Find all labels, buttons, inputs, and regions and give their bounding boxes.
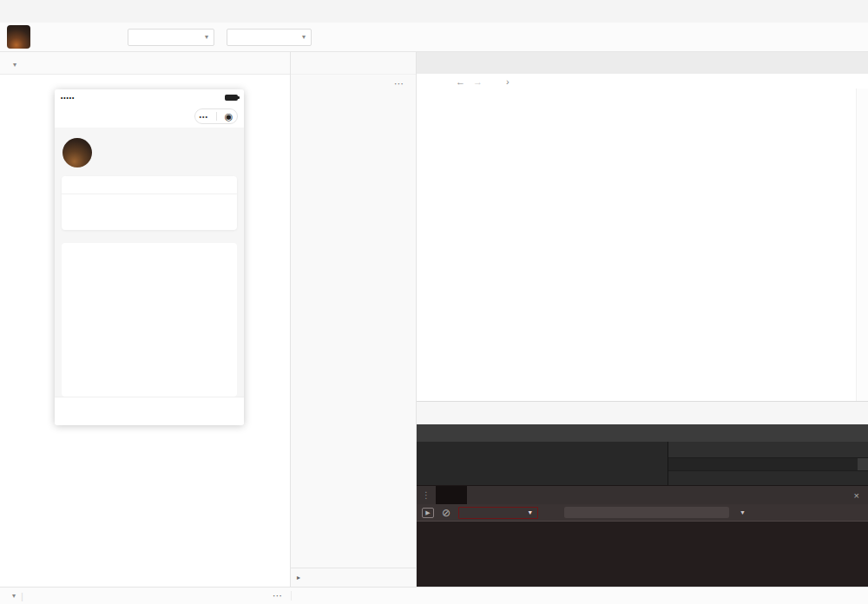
console-settings-icon[interactable] — [852, 508, 863, 518]
editor-scrollbar[interactable] — [856, 89, 868, 401]
capsule-close-icon[interactable]: ◉ — [225, 112, 233, 121]
live-expression-icon[interactable] — [546, 508, 556, 518]
code-area[interactable] — [417, 89, 856, 401]
profile-avatar[interactable] — [62, 138, 92, 167]
chevron-right-icon: ▸ — [295, 574, 302, 581]
more-icon[interactable] — [343, 58, 353, 69]
console-filter-input[interactable] — [564, 507, 729, 518]
warnings-icon — [321, 591, 331, 601]
windows-icon[interactable] — [269, 58, 279, 69]
battery-icon — [225, 95, 238, 101]
compile-select[interactable]: ▾ — [227, 29, 312, 46]
device-select[interactable]: ▾ — [10, 58, 16, 69]
console-messages — [417, 522, 868, 587]
file-explorer: ⋯ ▸ — [291, 52, 417, 587]
mute-icon[interactable] — [244, 58, 254, 69]
toolbar: ▾ ▾ — [0, 23, 868, 52]
wifi-icon — [79, 94, 87, 101]
user-avatar[interactable] — [7, 25, 30, 49]
debugger-panel: ⋮ × ▶ ⊘ ▼ ▼ — [417, 401, 868, 587]
clear-console-icon[interactable]: ⊘ — [442, 508, 450, 518]
phone-navbar: ••• ◉ — [55, 105, 244, 128]
eye-icon[interactable] — [252, 590, 262, 601]
wxml-elements-tree[interactable] — [417, 442, 668, 485]
chevron-down-icon: ▾ — [12, 592, 16, 600]
console-sidebar-icon[interactable]: ▶ — [422, 508, 434, 518]
record-icon[interactable] — [219, 58, 229, 69]
nav-back-icon[interactable]: ← — [456, 76, 465, 87]
console-close-icon[interactable]: × — [854, 490, 859, 501]
outline-icon[interactable] — [299, 58, 310, 69]
phone-simulator: ••••• ••• ◉ — [55, 89, 244, 425]
more-dots-icon[interactable]: ••• — [200, 114, 208, 120]
sticky-outline-icon[interactable] — [421, 76, 431, 86]
styles-sidebar — [668, 442, 868, 485]
console-tab[interactable] — [436, 486, 467, 504]
rotate-device-icon[interactable] — [194, 58, 204, 69]
bookmark-icon[interactable] — [438, 76, 448, 86]
console-drawer: ⋮ × — [417, 485, 868, 504]
statusbar: ▾ | ⋯ — [0, 587, 868, 604]
errors-icon — [305, 591, 314, 601]
outline-section[interactable]: ▸ — [291, 568, 416, 587]
chevron-down-icon: ▾ — [205, 33, 208, 41]
cls-button[interactable] — [858, 458, 868, 470]
chevron-down-icon: ▾ — [302, 33, 306, 41]
console-toolbar: ▶ ⊘ ▼ ▼ — [417, 504, 868, 522]
drag-handle-icon[interactable]: ⋮ — [417, 490, 436, 500]
lottery-card — [62, 176, 237, 230]
close-button[interactable] — [842, 0, 868, 23]
more-icon[interactable]: ⋯ — [273, 590, 282, 601]
signal-dots-icon: ••••• — [61, 95, 75, 101]
phone-tabbar — [55, 397, 244, 425]
explorer-more-icon[interactable]: ⋯ — [394, 78, 404, 89]
collapse-panel-icon[interactable] — [397, 58, 407, 69]
simulator-panel: ▾ ••••• — [0, 52, 291, 587]
symbol-icon — [513, 77, 522, 86]
wxss-file-icon — [490, 77, 499, 86]
menu-card — [62, 243, 237, 397]
log-levels-select[interactable]: ▼ — [737, 509, 746, 515]
mode-select[interactable]: ▾ — [128, 29, 214, 46]
copy-icon[interactable] — [34, 591, 43, 601]
minimize-button[interactable] — [790, 0, 816, 23]
menubar — [0, 0, 868, 23]
chevron-down-icon: ▼ — [527, 509, 533, 515]
phone-status-bar: ••••• — [55, 89, 244, 105]
context-select[interactable]: ▼ — [458, 507, 538, 519]
capsule-menu[interactable]: ••• ◉ — [194, 108, 238, 124]
code-editor: ← → › — [417, 52, 868, 401]
nav-forward-icon[interactable]: → — [473, 76, 483, 87]
breadcrumb: ← → › — [417, 74, 868, 89]
maximize-button[interactable] — [816, 0, 842, 23]
search-icon[interactable] — [321, 58, 332, 69]
wechat-devtools-window: ▾ ▾ ▾ ••••• — [0, 0, 868, 604]
